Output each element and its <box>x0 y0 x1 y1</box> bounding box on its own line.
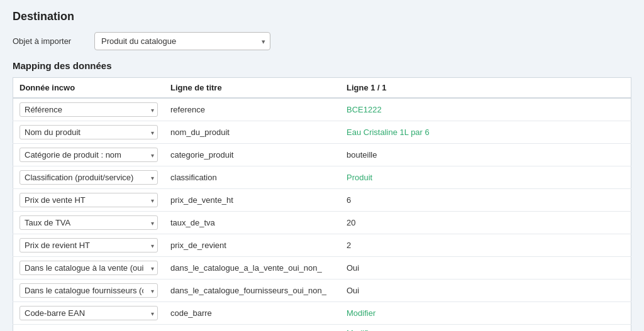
cell-donnee: Catégorie de produit : nom ▾ <box>13 144 165 166</box>
cell-ligne-titre: nom_du_produit <box>164 121 340 144</box>
cell-donnee: Dans le catalogue fournisseurs (oui/ ▾ <box>13 279 165 302</box>
page-title: Destination <box>13 10 631 23</box>
cell-ligne1: Modifier <box>340 302 631 325</box>
donnee-select-1[interactable]: Nom du produit <box>19 125 158 139</box>
cell-donnee: Dans le catalogue à la vente (oui/no ▾ <box>13 257 165 279</box>
col-header-ligne-titre: Ligne de titre <box>164 78 340 99</box>
donnee-select-wrapper: Dans le catalogue à la vente (oui/no ▾ <box>19 261 158 275</box>
cell-donnee: Prix de revient HT ▾ <box>13 234 165 257</box>
donnee-select-wrapper: Référence ▾ <box>19 102 158 117</box>
table-row: Nom du produit ▾ nom_du_produitEau Crist… <box>13 121 631 144</box>
cell-ligne1: 20 <box>340 212 631 234</box>
mapping-title: Mapping des données <box>13 60 631 71</box>
donnee-select-8[interactable]: Dans le catalogue fournisseurs (oui/ <box>19 283 158 298</box>
donnee-select-0[interactable]: Référence <box>19 102 158 117</box>
ligne1-value: bouteille <box>347 150 377 160</box>
col-header-donnee: Donnée incwo <box>13 78 165 99</box>
cell-ligne-titre: code_barre <box>164 302 340 325</box>
ligne1-value: Modifier <box>347 308 375 318</box>
ligne1-value: Produit <box>347 173 372 182</box>
ligne1-value: 20 <box>347 218 355 227</box>
table-row: Catégorie de produit : nom ▾ categorie_p… <box>13 144 631 166</box>
object-row: Objet à importer Produit du catalogue ▾ <box>13 32 631 50</box>
cell-ligne-titre: taux_de_tva <box>164 212 340 234</box>
donnee-select-wrapper: Prix de vente HT ▾ <box>19 193 158 207</box>
cell-donnee: Classification (produit/service) ▾ <box>13 166 165 189</box>
donnee-select-wrapper: Catégorie de produit : nom ▾ <box>19 148 158 162</box>
donnee-select-3[interactable]: Classification (produit/service) <box>19 170 158 185</box>
donnee-select-2[interactable]: Catégorie de produit : nom <box>19 148 158 162</box>
cell-ligne-titre: dans_le_catalogue_a_la_vente_oui_non_ <box>164 257 340 279</box>
cell-ligne1: 6 <box>340 189 631 212</box>
cell-ligne1: Modifier Importer cette ligne <box>340 325 631 332</box>
cell-ligne1: Oui <box>340 279 631 302</box>
cell-ligne-titre: prix_de_vente_ht <box>164 189 340 212</box>
cell-donnee: Stock entrepot 1 ▾ <box>13 325 165 332</box>
donnee-select-wrapper: Prix de revient HT ▾ <box>19 238 158 252</box>
cell-donnee: Taux de TVA ▾ <box>13 212 165 234</box>
ligne1-with-input: Modifier Importer cette ligne <box>347 328 625 331</box>
ligne1-value: Oui <box>347 263 359 273</box>
cell-ligne-titre: classification <box>164 166 340 189</box>
donnee-select-wrapper: Taux de TVA ▾ <box>19 215 158 230</box>
cell-ligne1: BCE1222 <box>340 98 631 121</box>
mapping-table: Donnée incwo Ligne de titre Ligne 1 / 1 … <box>13 77 631 331</box>
cell-donnee: Code-barre EAN ▾ <box>13 302 165 325</box>
table-header-row: Donnée incwo Ligne de titre Ligne 1 / 1 <box>13 78 631 99</box>
donnee-select-4[interactable]: Prix de vente HT <box>19 193 158 207</box>
donnee-select-5[interactable]: Taux de TVA <box>19 215 158 230</box>
cell-donnee: Nom du produit ▾ <box>13 121 165 144</box>
table-row: Référence ▾ referenceBCE1222 <box>13 98 631 121</box>
donnee-select-7[interactable]: Dans le catalogue à la vente (oui/no <box>19 261 158 275</box>
donnee-select-wrapper: Dans le catalogue fournisseurs (oui/ ▾ <box>19 283 158 298</box>
cell-donnee: Prix de vente HT ▾ <box>13 189 165 212</box>
donnee-select-9[interactable]: Code-barre EAN <box>19 306 158 320</box>
object-label: Objet à importer <box>13 36 94 46</box>
table-row: Prix de vente HT ▾ prix_de_vente_ht6 <box>13 189 631 212</box>
cell-ligne1: Eau Cristaline 1L par 6 <box>340 121 631 144</box>
table-row: Dans le catalogue à la vente (oui/no ▾ d… <box>13 257 631 279</box>
donnee-select-wrapper: Classification (produit/service) ▾ <box>19 170 158 185</box>
table-row: Dans le catalogue fournisseurs (oui/ ▾ d… <box>13 279 631 302</box>
donnee-select-wrapper: Code-barre EAN ▾ <box>19 306 158 320</box>
ligne1-value: 6 <box>347 195 351 205</box>
cell-ligne-titre: prix_de_revient <box>164 234 340 257</box>
table-row: Stock entrepot 1 ▾ quantite_entrepot Mod… <box>13 325 631 332</box>
cell-ligne-titre: reference <box>164 98 340 121</box>
object-select[interactable]: Produit du catalogue <box>94 32 270 50</box>
donnee-select-wrapper: Nom du produit ▾ <box>19 125 158 139</box>
cell-donnee: Référence ▾ <box>13 98 165 121</box>
ligne1-value: BCE1222 <box>347 105 382 114</box>
ligne1-value: 2 <box>347 241 351 250</box>
ligne1-value: Eau Cristaline 1L par 6 <box>347 128 430 137</box>
object-select-wrapper: Produit du catalogue ▾ <box>94 32 270 50</box>
table-row: Prix de revient HT ▾ prix_de_revient2 <box>13 234 631 257</box>
cell-ligne1: 2 <box>340 234 631 257</box>
table-row: Classification (produit/service) ▾ class… <box>13 166 631 189</box>
cell-ligne1: bouteille <box>340 144 631 166</box>
donnee-select-6[interactable]: Prix de revient HT <box>19 238 158 252</box>
cell-ligne-titre: dans_le_catalogue_fournisseurs_oui_non_ <box>164 279 340 302</box>
table-row: Code-barre EAN ▾ code_barreModifier <box>13 302 631 325</box>
cell-ligne1: Oui <box>340 257 631 279</box>
cell-ligne-titre: quantite_entrepot <box>164 325 340 332</box>
modifier-link[interactable]: Modifier <box>347 328 375 331</box>
ligne1-value: Oui <box>347 286 359 295</box>
col-header-ligne1: Ligne 1 / 1 <box>340 78 631 99</box>
cell-ligne-titre: categorie_produit <box>164 144 340 166</box>
cell-ligne1: Produit <box>340 166 631 189</box>
table-row: Taux de TVA ▾ taux_de_tva20 <box>13 212 631 234</box>
main-container: Destination Objet à importer Produit du … <box>0 0 644 331</box>
